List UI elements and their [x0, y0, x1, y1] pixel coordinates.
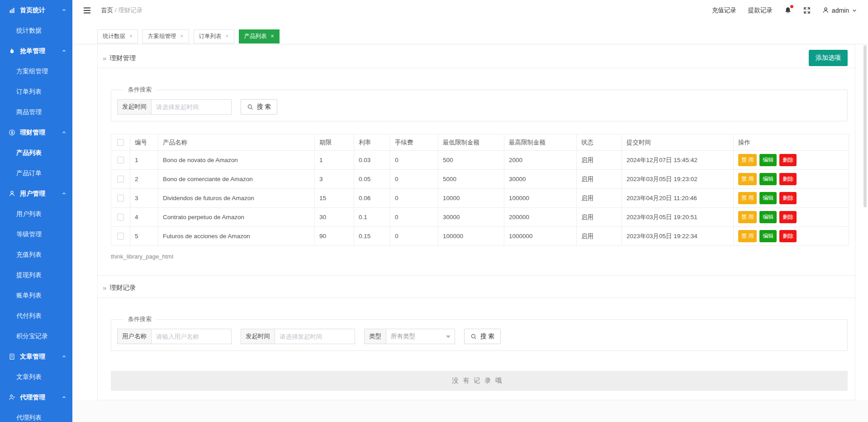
cell-term: 3	[315, 170, 354, 189]
section-divider	[98, 275, 855, 276]
edit-button[interactable]: 编辑	[759, 230, 777, 242]
column-header: 操作	[734, 134, 849, 151]
delete-button[interactable]: 删除	[779, 192, 797, 204]
sidebar-item-payout-list[interactable]: 代付列表	[0, 306, 72, 326]
edit-button[interactable]: 编辑	[759, 211, 777, 223]
sidebar-item-grab-management[interactable]: 抢单管理	[0, 41, 72, 61]
username: admin	[832, 7, 849, 14]
start-time-input[interactable]	[275, 329, 355, 344]
row-checkbox[interactable]	[117, 195, 124, 201]
type-select[interactable]: 所有类型	[386, 329, 455, 344]
edit-button[interactable]: 编辑	[759, 192, 777, 204]
cell-fee: 0	[390, 170, 438, 189]
tab-close-icon[interactable]: ×	[129, 34, 133, 39]
sidebar-item-bill-list[interactable]: 账单列表	[0, 285, 72, 306]
cell-time: 2023年03月05日 19:20:51	[622, 208, 734, 227]
row-checkbox[interactable]	[117, 214, 124, 221]
menu-toggle-icon[interactable]	[83, 7, 91, 14]
cell-rate: 0.06	[354, 189, 390, 208]
cell-rate: 0.05	[354, 170, 390, 189]
agent-icon	[9, 394, 16, 401]
tab-plan-group[interactable]: 方案组管理×	[142, 29, 189, 43]
disable-button[interactable]: 禁 用	[738, 230, 757, 242]
sidebar-item-home-stats[interactable]: 首页统计	[0, 0, 72, 20]
sidebar-item-label: 代付列表	[16, 312, 42, 320]
delete-button[interactable]: 删除	[779, 173, 797, 185]
sidebar-item-product-orders[interactable]: 产品订单	[0, 163, 72, 183]
sidebar-item-finance-management[interactable]: 理财管理	[0, 122, 72, 143]
sidebar-item-article-list[interactable]: 文章列表	[0, 367, 72, 387]
cell-min: 5000	[438, 170, 504, 189]
delete-button[interactable]: 删除	[779, 211, 797, 223]
fullscreen-icon[interactable]	[803, 7, 811, 14]
finance-section-title: 理财管理	[109, 54, 136, 62]
sidebar-item-user-management[interactable]: 用户管理	[0, 183, 72, 204]
tab-product-list[interactable]: 产品列表×	[239, 29, 280, 43]
row-checkbox[interactable]	[117, 233, 124, 240]
cell-fee: 0	[390, 208, 438, 227]
tabbar: 统计数据×方案组管理×订单列表×产品列表×	[72, 20, 868, 44]
sidebar-item-label: 首页统计	[20, 6, 45, 14]
column-header: 最低限制金额	[438, 134, 504, 151]
tab-order-list[interactable]: 订单列表×	[194, 29, 234, 43]
delete-button[interactable]: 删除	[779, 230, 797, 242]
chevron-up-icon	[62, 191, 66, 196]
chevron-up-icon	[62, 130, 66, 135]
cell-name: Bono de novato de Amazon	[158, 151, 315, 170]
sidebar-item-label: 理财管理	[20, 129, 45, 137]
withdraw-record-link[interactable]: 提款记录	[748, 6, 773, 14]
row-checkbox[interactable]	[117, 157, 124, 163]
disable-button[interactable]: 禁 用	[738, 192, 757, 204]
tab-close-icon[interactable]: ×	[226, 34, 229, 39]
user-icon	[9, 190, 16, 197]
sidebar-item-product-list[interactable]: 产品列表	[0, 143, 72, 163]
sidebar-item-points-record[interactable]: 积分宝记录	[0, 326, 72, 346]
empty-records-message: 没有记录哦	[111, 371, 848, 391]
tab-close-icon[interactable]: ×	[271, 34, 274, 39]
sidebar-item-stats-data[interactable]: 统计数据	[0, 20, 72, 41]
row-checkbox[interactable]	[117, 176, 124, 182]
breadcrumb-home[interactable]: 首页	[101, 7, 113, 14]
coin-icon	[9, 129, 16, 136]
user-menu[interactable]: admin	[822, 7, 857, 14]
disable-button[interactable]: 禁 用	[738, 211, 757, 223]
disable-button[interactable]: 禁 用	[738, 154, 757, 166]
sidebar-item-agent-management[interactable]: 代理管理	[0, 387, 72, 408]
sidebar-item-level-management[interactable]: 等级管理	[0, 224, 72, 245]
cell-max: 2000	[504, 151, 577, 170]
sidebar-item-withdraw-list[interactable]: 提现列表	[0, 265, 72, 285]
sidebar-item-label: 统计数据	[16, 27, 42, 35]
cell-rate: 0.15	[354, 227, 390, 246]
start-time-input[interactable]	[152, 99, 232, 115]
notification-bell-icon[interactable]	[784, 6, 792, 14]
sidebar-item-order-list[interactable]: 订单列表	[0, 82, 72, 102]
select-all-checkbox[interactable]	[117, 139, 124, 146]
edit-button[interactable]: 编辑	[759, 173, 777, 185]
main-content: » 理财管理 添加选项 条件搜索 发起时间 搜 索 编号产品名称期限	[72, 44, 868, 422]
search-button[interactable]: 搜 索	[241, 99, 277, 115]
add-option-button[interactable]: 添加选项	[809, 50, 848, 66]
cell-term: 15	[315, 189, 354, 208]
chevron-up-icon	[62, 8, 66, 13]
user-name-input[interactable]	[152, 329, 232, 344]
scrollbar-thumb[interactable]	[863, 45, 867, 207]
search-button[interactable]: 搜 索	[464, 329, 501, 344]
sidebar-item-label: 充值列表	[16, 251, 42, 259]
sidebar-item-label: 账单列表	[16, 292, 42, 300]
sidebar-item-agent-list[interactable]: 代理列表	[0, 408, 72, 422]
tab-stats-data[interactable]: 统计数据×	[97, 29, 138, 43]
sidebar-item-article-management[interactable]: 文章管理	[0, 346, 72, 367]
delete-button[interactable]: 删除	[779, 154, 797, 166]
sidebar-item-plan-group-management[interactable]: 方案组管理	[0, 61, 72, 82]
page-card: » 理财管理 添加选项 条件搜索 发起时间 搜 索 编号产品名称期限	[97, 44, 855, 400]
sidebar-item-user-list[interactable]: 用户列表	[0, 204, 72, 224]
edit-button[interactable]: 编辑	[759, 154, 777, 166]
sidebar-item-goods-management[interactable]: 商品管理	[0, 102, 72, 122]
tab-close-icon[interactable]: ×	[180, 34, 184, 39]
cell-fee: 0	[390, 151, 438, 170]
product-table: 编号产品名称期限利率手续费最低限制金额最高限制金额状态提交时间操作 1Bono …	[111, 134, 849, 246]
disable-button[interactable]: 禁 用	[738, 173, 757, 185]
sidebar-item-recharge-list[interactable]: 充值列表	[0, 245, 72, 265]
recharge-record-link[interactable]: 充值记录	[712, 6, 736, 14]
cell-status: 启用	[577, 227, 622, 246]
